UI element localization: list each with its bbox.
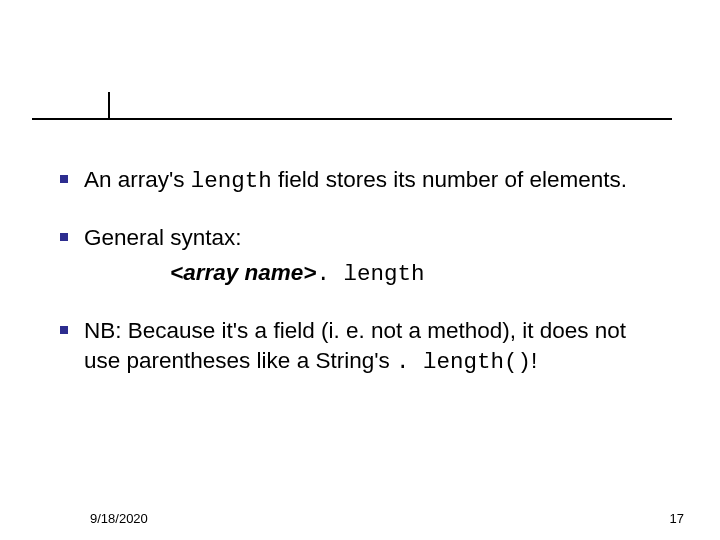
square-bullet-icon — [60, 233, 68, 241]
footer-page-number: 17 — [670, 511, 684, 526]
syntax-placeholder: <array name> — [170, 260, 316, 285]
title-tick — [108, 92, 110, 118]
bullet-text: NB: Because it's a field (i. e. not a me… — [84, 316, 660, 377]
bullet-item: General syntax: — [60, 223, 660, 253]
square-bullet-icon — [60, 175, 68, 183]
bullet-item: NB: Because it's a field (i. e. not a me… — [60, 316, 660, 377]
text-run: An array's — [84, 167, 191, 192]
code-run: length — [191, 168, 272, 194]
footer-date: 9/18/2020 — [90, 511, 148, 526]
text-run: NB: Because it's a field (i. e. not a me… — [84, 318, 626, 373]
text-run: field stores its number of elements. — [272, 167, 627, 192]
slide: An array's length field stores its numbe… — [0, 0, 720, 540]
square-bullet-icon — [60, 326, 68, 334]
code-run: . length() — [396, 349, 531, 375]
title-underline — [32, 118, 672, 120]
syntax-line: <array name>. length — [170, 258, 660, 290]
code-run: . length — [316, 261, 424, 287]
bullet-item: An array's length field stores its numbe… — [60, 165, 660, 197]
text-run: ! — [531, 348, 537, 373]
bullet-text: An array's length field stores its numbe… — [84, 165, 627, 197]
slide-body: An array's length field stores its numbe… — [60, 165, 660, 403]
bullet-text: General syntax: — [84, 223, 242, 253]
